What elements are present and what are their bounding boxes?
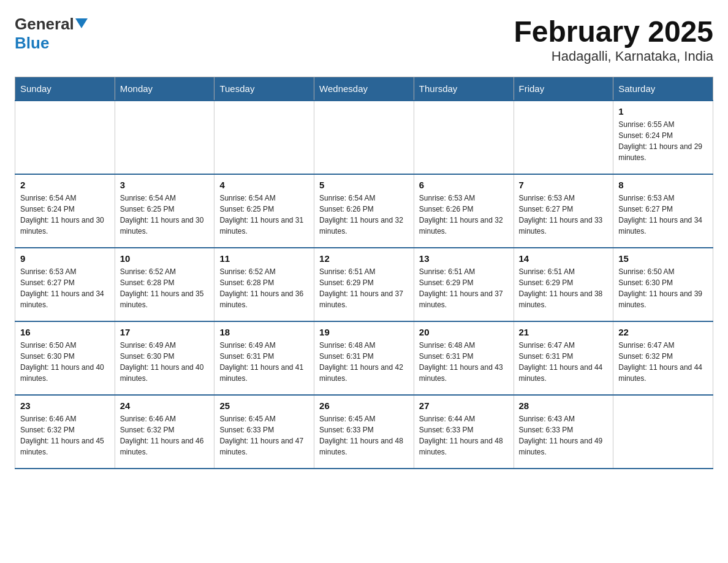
table-row: [613, 395, 713, 469]
table-row: 12Sunrise: 6:51 AM Sunset: 6:29 PM Dayli…: [314, 248, 414, 321]
day-number: 24: [120, 400, 210, 411]
title-area: February 2025 Hadagalli, Karnataka, Indi…: [514, 15, 713, 64]
table-row: 6Sunrise: 6:53 AM Sunset: 6:26 PM Daylig…: [414, 174, 514, 248]
day-info: Sunrise: 6:49 AM Sunset: 6:30 PM Dayligh…: [120, 340, 210, 384]
day-number: 14: [519, 253, 609, 264]
table-row: 2Sunrise: 6:54 AM Sunset: 6:24 PM Daylig…: [15, 174, 115, 248]
day-info: Sunrise: 6:53 AM Sunset: 6:26 PM Dayligh…: [419, 193, 509, 237]
table-row: 4Sunrise: 6:54 AM Sunset: 6:25 PM Daylig…: [214, 174, 314, 248]
table-row: 21Sunrise: 6:47 AM Sunset: 6:31 PM Dayli…: [514, 321, 613, 395]
day-info: Sunrise: 6:49 AM Sunset: 6:31 PM Dayligh…: [219, 340, 309, 384]
day-info: Sunrise: 6:55 AM Sunset: 6:24 PM Dayligh…: [618, 119, 708, 163]
day-number: 21: [519, 327, 609, 337]
day-number: 1: [618, 106, 708, 117]
day-number: 22: [618, 327, 708, 337]
day-info: Sunrise: 6:50 AM Sunset: 6:30 PM Dayligh…: [618, 266, 708, 310]
table-row: 3Sunrise: 6:54 AM Sunset: 6:25 PM Daylig…: [115, 174, 214, 248]
day-info: Sunrise: 6:54 AM Sunset: 6:26 PM Dayligh…: [319, 193, 409, 237]
table-row: 7Sunrise: 6:53 AM Sunset: 6:27 PM Daylig…: [514, 174, 613, 248]
day-info: Sunrise: 6:53 AM Sunset: 6:27 PM Dayligh…: [519, 193, 609, 237]
day-info: Sunrise: 6:45 AM Sunset: 6:33 PM Dayligh…: [319, 413, 409, 458]
table-row: 9Sunrise: 6:53 AM Sunset: 6:27 PM Daylig…: [15, 248, 115, 321]
table-row: 18Sunrise: 6:49 AM Sunset: 6:31 PM Dayli…: [214, 321, 314, 395]
day-info: Sunrise: 6:51 AM Sunset: 6:29 PM Dayligh…: [419, 266, 509, 310]
day-number: 9: [20, 253, 110, 264]
col-thursday: Thursday: [414, 77, 514, 101]
day-number: 25: [219, 400, 309, 411]
day-info: Sunrise: 6:51 AM Sunset: 6:29 PM Dayligh…: [319, 266, 409, 310]
day-info: Sunrise: 6:53 AM Sunset: 6:27 PM Dayligh…: [618, 193, 708, 237]
table-row: 26Sunrise: 6:45 AM Sunset: 6:33 PM Dayli…: [314, 395, 414, 469]
table-row: 23Sunrise: 6:46 AM Sunset: 6:32 PM Dayli…: [15, 395, 115, 469]
day-number: 15: [618, 253, 708, 264]
table-row: 13Sunrise: 6:51 AM Sunset: 6:29 PM Dayli…: [414, 248, 514, 321]
col-wednesday: Wednesday: [314, 77, 414, 101]
day-info: Sunrise: 6:45 AM Sunset: 6:33 PM Dayligh…: [219, 413, 309, 458]
day-info: Sunrise: 6:54 AM Sunset: 6:25 PM Dayligh…: [219, 193, 309, 237]
table-row: 10Sunrise: 6:52 AM Sunset: 6:28 PM Dayli…: [115, 248, 214, 321]
col-sunday: Sunday: [15, 77, 115, 101]
table-row: 1Sunrise: 6:55 AM Sunset: 6:24 PM Daylig…: [613, 101, 713, 174]
day-info: Sunrise: 6:54 AM Sunset: 6:24 PM Dayligh…: [20, 193, 110, 237]
table-row: [314, 101, 414, 174]
day-number: 19: [319, 327, 409, 337]
logo-triangle-icon: [75, 17, 88, 29]
day-number: 11: [219, 253, 309, 264]
table-row: 28Sunrise: 6:43 AM Sunset: 6:33 PM Dayli…: [514, 395, 613, 469]
day-number: 6: [419, 180, 509, 190]
day-number: 12: [319, 253, 409, 264]
table-row: 11Sunrise: 6:52 AM Sunset: 6:28 PM Dayli…: [214, 248, 314, 321]
table-row: 20Sunrise: 6:48 AM Sunset: 6:31 PM Dayli…: [414, 321, 514, 395]
day-number: 27: [419, 400, 509, 411]
col-friday: Friday: [514, 77, 613, 101]
table-row: 27Sunrise: 6:44 AM Sunset: 6:33 PM Dayli…: [414, 395, 514, 469]
logo: General Blue: [15, 15, 88, 53]
table-row: 22Sunrise: 6:47 AM Sunset: 6:32 PM Dayli…: [613, 321, 713, 395]
day-info: Sunrise: 6:48 AM Sunset: 6:31 PM Dayligh…: [319, 340, 409, 384]
day-info: Sunrise: 6:52 AM Sunset: 6:28 PM Dayligh…: [219, 266, 309, 310]
table-row: 25Sunrise: 6:45 AM Sunset: 6:33 PM Dayli…: [214, 395, 314, 469]
calendar-title: February 2025: [514, 15, 713, 48]
calendar-week-row: 1Sunrise: 6:55 AM Sunset: 6:24 PM Daylig…: [15, 101, 713, 174]
calendar-week-row: 2Sunrise: 6:54 AM Sunset: 6:24 PM Daylig…: [15, 174, 713, 248]
col-tuesday: Tuesday: [214, 77, 314, 101]
day-number: 8: [618, 180, 708, 190]
day-info: Sunrise: 6:50 AM Sunset: 6:30 PM Dayligh…: [20, 340, 110, 384]
day-info: Sunrise: 6:44 AM Sunset: 6:33 PM Dayligh…: [419, 413, 509, 458]
table-row: [115, 101, 214, 174]
svg-marker-0: [75, 18, 88, 28]
day-info: Sunrise: 6:48 AM Sunset: 6:31 PM Dayligh…: [419, 340, 509, 384]
col-saturday: Saturday: [613, 77, 713, 101]
day-number: 5: [319, 180, 409, 190]
day-number: 2: [20, 180, 110, 190]
day-number: 18: [219, 327, 309, 337]
day-number: 20: [419, 327, 509, 337]
day-number: 3: [120, 180, 210, 190]
table-row: [414, 101, 514, 174]
table-row: 15Sunrise: 6:50 AM Sunset: 6:30 PM Dayli…: [613, 248, 713, 321]
table-row: 16Sunrise: 6:50 AM Sunset: 6:30 PM Dayli…: [15, 321, 115, 395]
table-row: 5Sunrise: 6:54 AM Sunset: 6:26 PM Daylig…: [314, 174, 414, 248]
day-number: 23: [20, 400, 110, 411]
day-info: Sunrise: 6:47 AM Sunset: 6:31 PM Dayligh…: [519, 340, 609, 384]
calendar-week-row: 9Sunrise: 6:53 AM Sunset: 6:27 PM Daylig…: [15, 248, 713, 321]
day-number: 13: [419, 253, 509, 264]
table-row: [15, 101, 115, 174]
col-monday: Monday: [115, 77, 214, 101]
day-number: 17: [120, 327, 210, 337]
day-info: Sunrise: 6:51 AM Sunset: 6:29 PM Dayligh…: [519, 266, 609, 310]
page-header: General Blue February 2025 Hadagalli, Ka…: [15, 15, 713, 64]
logo-text-general: General: [15, 15, 74, 34]
day-number: 26: [319, 400, 409, 411]
logo-text-blue: Blue: [15, 34, 49, 52]
calendar-subtitle: Hadagalli, Karnataka, India: [514, 48, 713, 64]
day-info: Sunrise: 6:54 AM Sunset: 6:25 PM Dayligh…: [120, 193, 210, 237]
day-number: 16: [20, 327, 110, 337]
day-number: 28: [519, 400, 609, 411]
day-number: 4: [219, 180, 309, 190]
table-row: 17Sunrise: 6:49 AM Sunset: 6:30 PM Dayli…: [115, 321, 214, 395]
day-number: 10: [120, 253, 210, 264]
day-number: 7: [519, 180, 609, 190]
table-row: 24Sunrise: 6:46 AM Sunset: 6:32 PM Dayli…: [115, 395, 214, 469]
table-row: [514, 101, 613, 174]
